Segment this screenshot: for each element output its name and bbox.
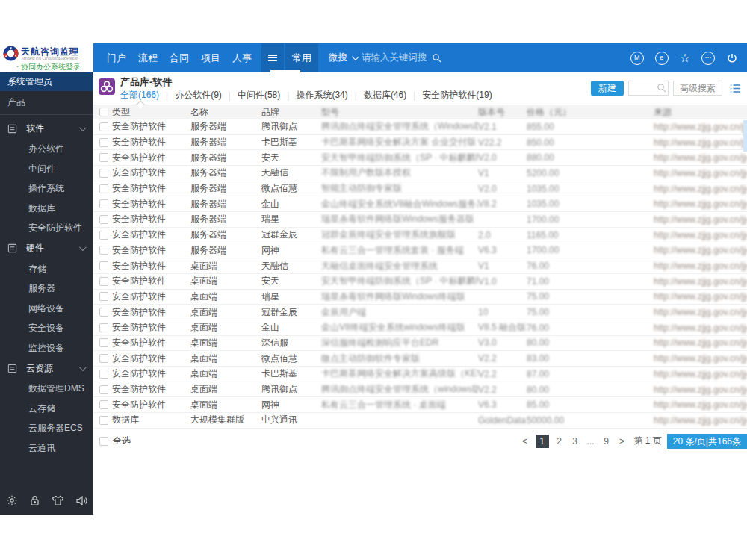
row-checkbox[interactable] <box>99 292 108 301</box>
nav-item-4[interactable]: 项目 <box>201 52 220 65</box>
table-row[interactable]: 安全防护软件服务器端瑞星瑞星杀毒软件网络版Windows服务器版1700.00h… <box>93 212 747 228</box>
sidebar-item-3-1[interactable]: 数据管理DMS <box>0 379 93 399</box>
page-button[interactable]: 2 <box>554 436 565 447</box>
table-row[interactable]: 安全防护软件服务器端天融信不限制用户数版本授权V15200.00http://w… <box>93 166 747 181</box>
row-checkbox[interactable] <box>99 199 108 208</box>
table-row[interactable]: 安全防护软件桌面端网神私有云三合一管理系统 · 桌面端V6.385.00http… <box>93 397 747 413</box>
table-row[interactable]: 安全防护软件服务器端卡巴斯基卡巴斯基网络安全解决方案 企业交付版 · 03V22… <box>93 135 747 151</box>
table-row[interactable]: 安全防护软件桌面端冠群金辰金辰用户端1075.00http://www.zjjg… <box>93 305 747 320</box>
tab-5[interactable]: 数据库(46) <box>364 89 406 102</box>
table-row[interactable]: 安全防护软件服务器端网神私有云三合一管理系统套装 · 服务端V6.31700.0… <box>93 243 747 259</box>
nav-menu-button[interactable] <box>261 43 284 72</box>
nav-item-5[interactable]: 人事 <box>232 52 252 65</box>
list-view-icon[interactable] <box>730 84 741 93</box>
settings-gear-icon[interactable] <box>6 494 18 506</box>
volume-icon[interactable] <box>75 495 88 506</box>
table-row[interactable]: 安全防护软件服务器端腾讯御点腾讯御点终端安全管理系统（Windows版）V2.1… <box>93 119 747 135</box>
table-search-input[interactable] <box>628 81 669 96</box>
scrollbar-thumb[interactable] <box>743 120 747 152</box>
page-button-active[interactable]: 1 <box>536 435 549 448</box>
lock-icon[interactable] <box>29 494 40 506</box>
row-checkbox[interactable] <box>99 138 108 147</box>
tab-6[interactable]: 安全防护软件(19) <box>422 89 492 102</box>
tab-2[interactable]: 办公软件(9) <box>175 89 222 102</box>
header-checkbox[interactable] <box>99 108 108 116</box>
nav-item-2[interactable]: 流程 <box>138 52 158 65</box>
table-row[interactable]: 安全防护软件桌面端微点佰慧微点主动防御软件专家版V2.283.00http://… <box>93 351 747 367</box>
sidebar-item-2-1[interactable]: 存储 <box>0 259 93 279</box>
nav-item-3[interactable]: 合同 <box>170 52 189 65</box>
table-row[interactable]: 安全防护软件桌面端深信服深信服终端检测响应平台EDRV3.080.00http:… <box>93 336 747 352</box>
table-row[interactable]: 安全防护软件桌面端腾讯御点腾讯御点终端安全管理系统（windows版）V2.2V… <box>93 382 747 398</box>
table-row[interactable]: 安全防护软件服务器端冠群金辰冠群金辰终端安全管理系统旗舰版2.01165.00h… <box>93 228 747 243</box>
row-checkbox[interactable] <box>99 277 108 286</box>
per-page-badge[interactable]: 20 条/页|共166条 <box>667 434 747 449</box>
tab-changyong[interactable]: 常用 <box>285 43 318 72</box>
sidebar-group-1[interactable]: 软件 <box>0 118 93 139</box>
row-checkbox[interactable] <box>99 370 108 379</box>
row-checkbox[interactable] <box>99 231 108 240</box>
page-button[interactable]: 9 <box>601 436 612 447</box>
row-checkbox[interactable] <box>99 400 108 409</box>
row-checkbox[interactable] <box>99 338 108 347</box>
row-checkbox[interactable] <box>99 261 108 270</box>
sidebar-item-2-5[interactable]: 监控设备 <box>0 338 93 358</box>
table-row[interactable]: 安全防护软件服务器端金山金山终端安全系统V8融合Windows服务器版V8.21… <box>93 196 747 212</box>
sidebar-item-1-3[interactable]: 操作系统 <box>0 178 93 199</box>
table-row[interactable]: 安全防护软件桌面端天融信天融信桌面终端安全管理系统V176.00http://w… <box>93 258 747 274</box>
more-ellipsis-icon[interactable]: ··· <box>701 52 715 65</box>
page-button[interactable]: ... <box>586 436 596 447</box>
sidebar-item-1-4[interactable]: 数据库 <box>0 199 93 219</box>
search-scope-select[interactable]: 微搜 <box>329 52 347 64</box>
row-checkbox[interactable] <box>99 246 108 255</box>
sidebar-group-2[interactable]: 硬件 <box>0 238 93 259</box>
row-checkbox[interactable] <box>99 215 108 224</box>
sidebar-item-1-1[interactable]: 办公软件 <box>0 139 93 159</box>
theme-shirt-icon[interactable] <box>52 495 64 506</box>
m-app-icon[interactable]: M <box>630 52 644 65</box>
power-icon[interactable] <box>726 52 738 64</box>
page-next-button[interactable]: > <box>617 436 627 447</box>
sidebar-item-2-4[interactable]: 安全设备 <box>0 318 93 338</box>
page-button[interactable]: 3 <box>570 436 580 447</box>
table-row[interactable]: 安全防护软件桌面端金山金山V8终端安全系统windows终端版V8.5 融合版本… <box>93 320 747 336</box>
sidebar-role[interactable]: 系统管理员 <box>0 72 93 91</box>
sidebar-item-3-3[interactable]: 云服务器ECS <box>0 418 93 438</box>
sidebar-item-1-2[interactable]: 中间件 <box>0 159 93 179</box>
login-link[interactable]: · 协同办公系统登录 <box>16 62 81 72</box>
search-icon[interactable] <box>432 53 441 63</box>
favorites-star-icon[interactable]: ☆ <box>680 52 690 64</box>
row-checkbox[interactable] <box>99 416 108 425</box>
sidebar-item-1-5[interactable]: 安全防护软件 <box>0 218 93 238</box>
global-search-input[interactable]: 请输入关键词搜 <box>362 52 427 64</box>
sidebar-item-2-3[interactable]: 网络设备 <box>0 299 93 319</box>
table-row[interactable]: 安全防护软件服务器端微点佰慧智能主动防御专家版V2.01035.00http:/… <box>93 181 747 197</box>
page-prev-button[interactable]: < <box>520 436 530 447</box>
sidebar-item-2-2[interactable]: 服务器 <box>0 279 93 299</box>
row-checkbox[interactable] <box>99 354 108 363</box>
table-row[interactable]: 安全防护软件服务器端安天安天智甲终端防御系统（SP · 中标麒麟版）V2.088… <box>93 150 747 166</box>
advanced-search-button[interactable]: 高级搜索 <box>673 81 722 96</box>
row-checkbox[interactable] <box>99 323 108 332</box>
table-row[interactable]: 安全防护软件桌面端瑞星瑞星杀毒软件网络版Windows终端版75.00http:… <box>93 290 747 305</box>
row-checkbox[interactable] <box>99 153 108 162</box>
table-row[interactable]: 数据库大规模集群版中兴通讯GoldenData s...50000.00http… <box>93 413 747 429</box>
sidebar-section-product[interactable]: 产品 <box>0 91 93 115</box>
e-chat-icon[interactable]: e <box>655 52 669 65</box>
select-all-checkbox[interactable] <box>99 437 108 446</box>
row-checkbox[interactable] <box>99 308 108 317</box>
sidebar-group-3[interactable]: 云资源 <box>0 358 93 379</box>
row-checkbox[interactable] <box>99 385 108 394</box>
table-row[interactable]: 安全防护软件桌面端卡巴斯基卡巴斯基网络安全解决方案高级版（KESB · KS..… <box>93 367 747 382</box>
table-row[interactable]: 安全防护软件桌面端安天安天智甲终端防御系统（SP · 中标麒麟版）V1.071.… <box>93 274 747 290</box>
sidebar-item-3-2[interactable]: 云存储 <box>0 399 93 419</box>
row-checkbox[interactable] <box>99 122 108 131</box>
sidebar-item-3-4[interactable]: 云通讯 <box>0 438 93 458</box>
nav-item-1[interactable]: 门户 <box>107 52 126 65</box>
page-goto[interactable]: 第 1 页 <box>634 435 662 447</box>
new-button[interactable]: 新建 <box>591 81 624 96</box>
row-checkbox[interactable] <box>99 169 108 178</box>
row-checkbox[interactable] <box>99 184 108 193</box>
tab-3[interactable]: 中间件(58) <box>238 89 280 102</box>
tab-4[interactable]: 操作系统(34) <box>296 89 347 102</box>
